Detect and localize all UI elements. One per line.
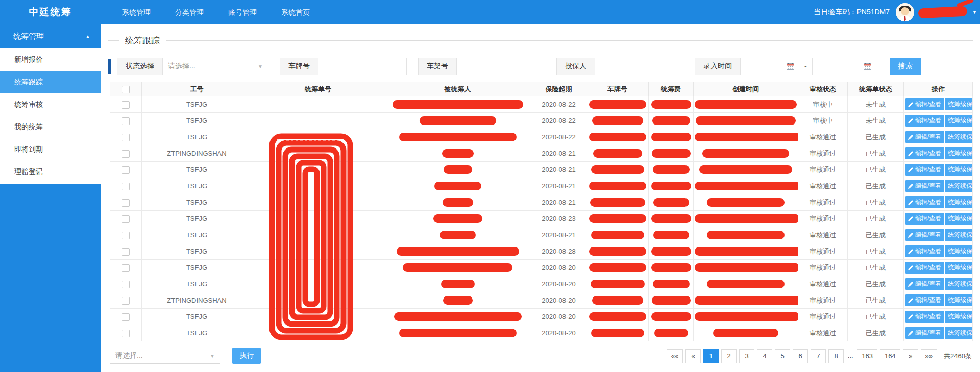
page-button[interactable]: 2 (721, 349, 737, 363)
cell-created (694, 113, 798, 129)
edit-view-button[interactable]: 编辑/查看 (905, 147, 944, 159)
sidebar-item[interactable]: 新增报价 (0, 48, 101, 71)
page-button[interactable]: 163 (857, 349, 877, 363)
row-checkbox[interactable] (122, 117, 130, 125)
renew-button[interactable]: 统筹续保 (945, 180, 972, 192)
page-button[interactable]: «« (667, 349, 683, 363)
vin-input[interactable] (457, 58, 545, 75)
renew-button[interactable]: 统筹续保 (945, 131, 972, 143)
edit-view-button[interactable]: 编辑/查看 (905, 245, 944, 257)
nav-item-3[interactable]: 账号管理 (216, 0, 269, 24)
row-checkbox[interactable] (122, 281, 130, 288)
row-checkbox[interactable] (122, 183, 130, 190)
cell-policy-status: 已生成 (848, 129, 904, 145)
nav-item-2[interactable]: 分类管理 (163, 0, 216, 24)
row-checkbox[interactable] (122, 248, 130, 256)
user-avatar[interactable] (896, 3, 914, 21)
edit-view-button[interactable]: 编辑/查看 (905, 115, 944, 127)
edit-view-button[interactable]: 编辑/查看 (905, 327, 944, 339)
row-checkbox[interactable] (122, 313, 130, 321)
sidebar-item[interactable]: 我的统筹 (0, 116, 101, 138)
edit-view-button[interactable]: 编辑/查看 (905, 196, 944, 208)
row-checkbox[interactable] (122, 232, 130, 239)
plate-input[interactable] (318, 58, 406, 75)
sidebar-item[interactable]: 统筹审核 (0, 93, 101, 116)
nav-item-1[interactable]: 系统管理 (110, 0, 163, 24)
cell-plate (586, 292, 649, 309)
search-button[interactable]: 搜索 (890, 58, 921, 75)
pencil-icon (908, 282, 913, 287)
renew-button[interactable]: 统筹续保 (945, 327, 972, 339)
row-checkbox[interactable] (122, 330, 130, 337)
row-checkbox[interactable] (122, 215, 130, 223)
row-checkbox[interactable] (122, 166, 130, 174)
page-button-current[interactable]: 1 (703, 349, 719, 363)
renew-button[interactable]: 统筹续保 (945, 278, 972, 290)
renew-button[interactable]: 统筹续保 (945, 196, 972, 208)
cell-insured (384, 260, 531, 276)
checkbox-cell (110, 194, 142, 211)
row-checkbox[interactable] (122, 297, 130, 305)
sidebar-item[interactable]: 即将到期 (0, 138, 101, 161)
page-button[interactable]: 4 (757, 349, 772, 363)
page-button[interactable]: 6 (793, 349, 808, 363)
renew-button[interactable]: 统筹续保 (945, 229, 972, 241)
page-button[interactable]: 7 (811, 349, 826, 363)
insured-input[interactable] (595, 58, 683, 75)
renew-button[interactable]: 统筹续保 (945, 213, 972, 225)
page-button[interactable]: »» (921, 349, 937, 363)
renew-button[interactable]: 统筹续保 (945, 245, 972, 257)
page-button[interactable]: » (903, 349, 918, 363)
sidebar-item[interactable]: 理赔登记 (0, 161, 101, 183)
chevron-down-icon[interactable]: ▼ (972, 10, 977, 15)
renew-button[interactable]: 统筹续保 (945, 98, 972, 110)
cell-plate (586, 309, 649, 325)
cell-actions: 编辑/查看统筹续保 (904, 309, 973, 325)
edit-view-button[interactable]: 编辑/查看 (905, 294, 944, 306)
page-button[interactable]: « (685, 349, 701, 363)
edit-view-button[interactable]: 编辑/查看 (905, 180, 944, 192)
edit-view-button[interactable]: 编辑/查看 (905, 131, 944, 143)
row-checkbox[interactable] (122, 199, 130, 207)
edit-view-button[interactable]: 编辑/查看 (905, 278, 944, 290)
cell-policy-status: 已生成 (848, 325, 904, 341)
entry-time-to-input[interactable] (813, 58, 875, 75)
row-checkbox[interactable] (122, 264, 130, 272)
redaction (651, 133, 691, 141)
pencil-icon (908, 233, 913, 238)
table-row: TSFJG2020-08-20审核通过已生成编辑/查看统筹续保 (110, 325, 973, 341)
page-button[interactable]: 8 (828, 349, 844, 363)
edit-view-button[interactable]: 编辑/查看 (905, 98, 944, 110)
renew-button[interactable]: 统筹续保 (945, 115, 972, 127)
sidebar-item[interactable]: 统筹跟踪 (0, 71, 101, 93)
row-checkbox[interactable] (122, 101, 130, 109)
execute-button[interactable]: 执行 (232, 348, 261, 364)
page-button[interactable]: 3 (739, 349, 754, 363)
edit-view-button[interactable]: 编辑/查看 (905, 262, 944, 274)
renew-button[interactable]: 统筹续保 (945, 262, 972, 274)
redaction (651, 263, 691, 272)
renew-button[interactable]: 统筹续保 (945, 147, 972, 159)
edit-view-button[interactable]: 编辑/查看 (905, 229, 944, 241)
status-select[interactable]: 请选择... ▼ (163, 58, 268, 75)
entry-time-from-input[interactable] (741, 58, 798, 75)
renew-button[interactable]: 统筹续保 (945, 294, 972, 306)
row-checkbox[interactable] (122, 134, 130, 141)
batch-action-select[interactable]: 请选择... ▼ (110, 348, 220, 364)
row-checkbox[interactable] (122, 150, 130, 158)
cell-start-date: 2020-08-20 (531, 276, 586, 292)
nav-item-4[interactable]: 系统首页 (269, 0, 322, 24)
edit-view-button[interactable]: 编辑/查看 (905, 164, 944, 176)
page-button[interactable]: 5 (775, 349, 790, 363)
edit-view-button[interactable]: 编辑/查看 (905, 213, 944, 225)
sidebar-group-tongchou[interactable]: 统筹管理 ▲ (0, 24, 101, 48)
page-button[interactable]: 164 (880, 349, 900, 363)
edit-view-button[interactable]: 编辑/查看 (905, 311, 944, 323)
cell-plate (586, 178, 649, 194)
redaction (592, 116, 643, 125)
renew-button[interactable]: 统筹续保 (945, 164, 972, 176)
select-all-checkbox[interactable] (122, 86, 130, 93)
cell-plate (586, 260, 649, 276)
renew-button[interactable]: 统筹续保 (945, 311, 972, 323)
cell-created (694, 325, 798, 341)
